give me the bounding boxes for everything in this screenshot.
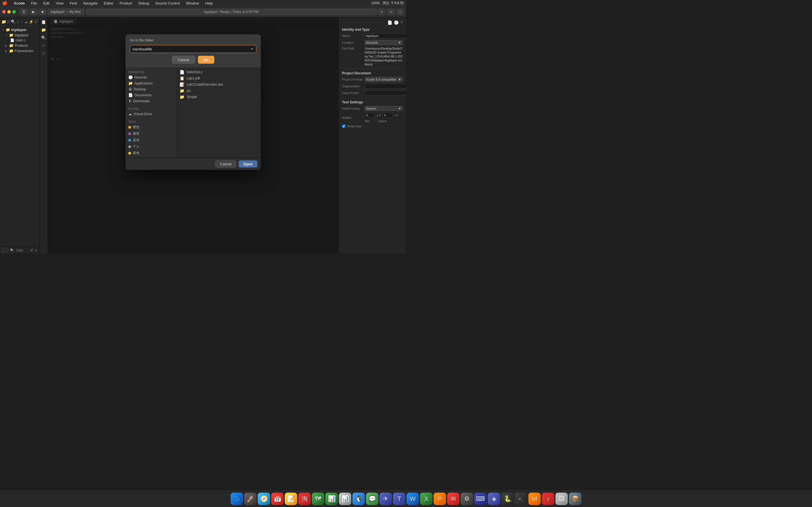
inspector-help-icon[interactable]: ? — [400, 20, 403, 25]
name-input[interactable] — [364, 33, 406, 38]
dialog-bottom-cancel-button[interactable]: Cancel — [215, 160, 236, 168]
menu-xcode[interactable]: Xcode — [13, 1, 26, 5]
apple-menu[interactable]: 🍎 — [2, 1, 8, 6]
toolbar-right: + ↩ □ — [378, 9, 404, 15]
fb-file-pic[interactable]: 📁 pic › — [176, 88, 261, 94]
sidebar-icon-5[interactable]: ☰ — [42, 51, 45, 56]
fb-downloads[interactable]: ⬇ Downloads — [125, 98, 176, 104]
fb-desktop[interactable]: 🖥 Desktop — [125, 86, 176, 92]
menu-view[interactable]: View — [54, 1, 64, 5]
menu-navigate[interactable]: Navigate — [82, 1, 99, 5]
indent-using-label: Indent Using — [342, 107, 364, 110]
nav-debug-icon[interactable]: ☁ — [24, 19, 28, 24]
tab-width-label: Tab — [364, 119, 370, 123]
pic-folder-icon: 📁 — [180, 89, 185, 93]
right-inspector-panel: 📄 🕐 ? Identity and Type Name Location Ab… — [338, 17, 406, 253]
maximize-button[interactable] — [12, 10, 16, 13]
project-format-dropdown[interactable]: Xcode 9.3-compatible ▼ — [364, 77, 403, 82]
menu-file[interactable]: File — [30, 1, 38, 5]
menu-help[interactable]: Help — [204, 1, 214, 5]
icloud-drive-icon: ☁ — [128, 112, 132, 116]
sidebar-icon-1[interactable]: 📋 — [41, 20, 46, 24]
tree-item-root[interactable]: ▼ 📁 bigdipper — [0, 27, 39, 33]
tag-blue-label: 蓝色 — [133, 138, 140, 143]
location-dropdown[interactable]: Absolute ▼ — [364, 40, 403, 45]
tree-bigdipper-label: bigdipper — [15, 33, 29, 37]
tag-green-label: 绿色 — [133, 157, 140, 158]
toolbar-inspector-button[interactable]: □ — [397, 9, 404, 15]
class-prefix-input[interactable] — [364, 91, 406, 96]
nav-search-icon[interactable]: 🔍 — [11, 19, 15, 24]
fb-file-simple[interactable]: 📁 Simple › — [176, 94, 261, 100]
tree-frameworks-label: Frameworks — [15, 49, 33, 53]
nav-folder-icon[interactable]: 📁 — [1, 19, 6, 24]
tree-expand-icon: ▼ — [2, 28, 4, 31]
indent-width-stepper[interactable]: ▲▼ — [395, 114, 399, 117]
organization-input[interactable] — [364, 83, 406, 89]
fb-tag-orange[interactable]: 橙色 — [125, 124, 176, 130]
file-browser: Favorites 🕐 Recents 📁 Applications 🖥 Des… — [125, 68, 261, 158]
nav-diff-icon[interactable]: ⊡ — [7, 19, 10, 24]
fb-tag-yellow[interactable]: 黄色 — [125, 150, 176, 156]
pic-chevron-icon: › — [257, 89, 257, 93]
toolbar-nav-button[interactable]: ↩ — [387, 9, 395, 15]
stop-button[interactable]: ■ — [39, 9, 46, 15]
toolbar-add-button[interactable]: + — [378, 9, 386, 15]
tab-width-input[interactable] — [364, 113, 375, 118]
tree-item-main-c[interactable]: 📄 main.c — [0, 38, 39, 43]
dialog-url-input[interactable] — [133, 47, 250, 51]
dialog-cancel-button[interactable]: Cancel — [172, 56, 195, 64]
menu-editor[interactable]: Editor — [103, 1, 114, 5]
fb-file-lab1-doc[interactable]: 📝 Lab1CodeExercises.doc — [176, 81, 261, 88]
menu-edit[interactable]: Edit — [42, 1, 50, 5]
tag-yellow-label: 黄色 — [133, 151, 140, 156]
fb-icloud-drive[interactable]: ☁ iCloud Drive — [125, 111, 176, 117]
inspector-file-icon[interactable]: 📄 — [388, 20, 392, 25]
pf-chevron-icon: ▼ — [398, 78, 401, 81]
fb-applications[interactable]: 📁 Applications — [125, 80, 176, 86]
fb-tag-purple[interactable]: 紫色 — [125, 130, 176, 137]
add-file-button[interactable]: + — [2, 248, 8, 253]
tree-products-label: Products — [15, 44, 28, 48]
sidebar-icon-2[interactable]: 📁 — [41, 27, 46, 32]
dialog-url-bar[interactable]: ▼ — [130, 45, 256, 53]
nav-breakpoints-icon[interactable]: ⚡ — [29, 19, 34, 24]
scheme-selector[interactable]: bigdipper › My Mac — [48, 9, 84, 15]
menu-source-control[interactable]: Source Control — [154, 1, 181, 5]
widths-inputs: ▲▼ ▲▼ — [364, 113, 399, 118]
fb-content: 📄 helloGlut.c 📋 Lab1.pdf 📝 Lab1CodeExerc… — [176, 68, 261, 158]
indent-width-input[interactable] — [383, 113, 393, 118]
filter-label: Filter — [16, 249, 28, 252]
tree-item-frameworks[interactable]: ▶ 📁 Frameworks — [0, 48, 39, 54]
fb-tag-blue[interactable]: 蓝色 — [125, 137, 176, 144]
fb-file-helloGlut[interactable]: 📄 helloGlut.c — [176, 69, 261, 75]
nav-warning-icon[interactable]: ⚠ — [16, 19, 20, 24]
indent-using-dropdown[interactable]: Spaces ▼ — [364, 106, 403, 111]
fb-tag-personal[interactable]: 个人 — [125, 144, 176, 150]
tree-item-products[interactable]: ▶ 📁 Products — [0, 43, 39, 48]
dialog-bottom-open-button[interactable]: Open — [239, 160, 257, 168]
menu-debug[interactable]: Debug — [137, 1, 150, 5]
wrap-lines-checkbox[interactable] — [342, 124, 345, 128]
sidebar-icon-3[interactable]: 🔍 — [41, 36, 46, 40]
fb-recents[interactable]: 🕐 Recents — [125, 74, 176, 80]
sidebar-icon-4[interactable]: ⚙ — [42, 43, 45, 48]
fb-file-lab1-pdf[interactable]: 📋 Lab1.pdf — [176, 75, 261, 81]
tab-width-stepper[interactable]: ▲▼ — [376, 114, 381, 117]
run-button[interactable]: ▶ — [30, 9, 37, 15]
menu-window[interactable]: Window — [185, 1, 200, 5]
minimize-button[interactable] — [7, 10, 11, 13]
fb-documents[interactable]: 📄 Documents — [125, 92, 176, 98]
dialog-go-button[interactable]: Go — [198, 56, 214, 64]
fb-tag-green[interactable]: 绿色 — [125, 156, 176, 158]
nav-report-icon[interactable]: ☰ — [34, 19, 38, 24]
inspector-history-icon[interactable]: 🕐 — [394, 20, 399, 25]
menu-find[interactable]: Find — [68, 1, 78, 5]
text-settings-title: Text Settings — [342, 100, 403, 104]
menu-product[interactable]: Product — [118, 1, 133, 5]
close-button[interactable] — [2, 10, 6, 13]
nav-test-icon[interactable]: ✓ — [20, 19, 24, 24]
pic-label: pic — [187, 89, 191, 93]
sidebar-toggle-button[interactable]: ☰ — [20, 9, 28, 15]
tree-item-bigdipper[interactable]: ▼ 📁 bigdipper — [0, 33, 39, 38]
